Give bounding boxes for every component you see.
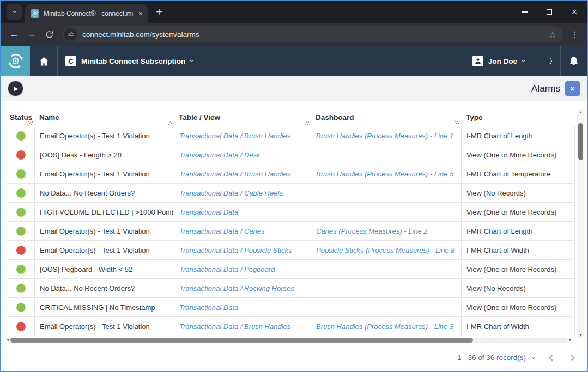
header-right: Jon Doe bbox=[464, 46, 587, 76]
status-cell bbox=[7, 241, 35, 259]
horizontal-scrollbar[interactable]: ◂ ▸ bbox=[7, 337, 572, 343]
status-indicator bbox=[16, 150, 26, 160]
subscription-badge: C bbox=[65, 56, 76, 66]
notifications-button[interactable] bbox=[561, 46, 587, 76]
dashboard-cell: Brush Handles (Process Measures) - Line … bbox=[311, 164, 462, 183]
column-header-type[interactable]: Type bbox=[462, 109, 575, 126]
panel-title: Alarms bbox=[531, 83, 560, 94]
scroll-down-icon[interactable]: ▼ bbox=[579, 333, 583, 337]
recent-activity-button[interactable] bbox=[534, 46, 560, 76]
vertical-scrollbar[interactable]: ▲ ▼ bbox=[577, 109, 584, 338]
type-cell: View (No Records) bbox=[462, 184, 575, 202]
scroll-left-icon[interactable]: ◂ bbox=[7, 338, 9, 342]
record-count-text: 1 - 36 of 36 record(s) bbox=[457, 353, 526, 362]
status-cell bbox=[7, 317, 35, 336]
dashboard-link[interactable]: Brush Handles (Process Measures) - Line … bbox=[316, 132, 453, 140]
type-cell: View (One or More Records) bbox=[462, 203, 575, 221]
column-resize-handle[interactable] bbox=[28, 121, 33, 125]
table-view-link[interactable]: Transactional Data / Desk bbox=[179, 151, 260, 159]
tab-search-button[interactable] bbox=[7, 4, 22, 20]
dashboard-link[interactable]: Brush Handles (Process Measures) - Line … bbox=[316, 170, 453, 178]
alarm-name-cell: [OOS] Desk - Length > 20 bbox=[35, 145, 174, 164]
minitab-connect-logo[interactable]: ⚙ bbox=[1, 46, 30, 76]
record-count-selector[interactable]: 1 - 36 of 36 record(s) bbox=[457, 353, 535, 362]
table-view-cell: Transactional Data bbox=[174, 298, 311, 316]
panel-close-button[interactable]: × bbox=[565, 81, 580, 96]
table-row[interactable]: Email Operator(s) - Test 1 Violation Tra… bbox=[7, 317, 575, 336]
previous-page-button[interactable] bbox=[550, 356, 554, 360]
table-view-link[interactable]: Transactional Data bbox=[179, 208, 238, 216]
column-header-name[interactable]: Name bbox=[35, 109, 174, 126]
scroll-right-icon[interactable]: ▸ bbox=[569, 338, 572, 342]
horizontal-scrollbar-thumb[interactable] bbox=[10, 338, 473, 343]
new-tab-button[interactable]: + bbox=[156, 7, 162, 17]
person-icon bbox=[474, 57, 482, 65]
status-cell bbox=[7, 279, 35, 297]
user-name: Jon Doe bbox=[488, 57, 517, 65]
table-row[interactable]: [OOS] Desk - Length > 20 Transactional D… bbox=[7, 145, 575, 164]
column-resize-handle[interactable] bbox=[168, 121, 173, 125]
run-button[interactable]: ▶ bbox=[8, 81, 23, 96]
table-view-cell: Transactional Data / Rocking Horses bbox=[174, 279, 311, 297]
home-button[interactable] bbox=[30, 46, 57, 76]
table-view-link[interactable]: Transactional Data / Brush Handles bbox=[179, 322, 290, 331]
table-view-link[interactable]: Transactional Data / Canes bbox=[179, 227, 265, 235]
table-view-link[interactable]: Transactional Data / Popsicle Sticks bbox=[179, 246, 292, 254]
alarms-table: Status Name Table / View Dashboard Type bbox=[7, 109, 575, 336]
dashboard-cell: Brush Handles (Process Measures) - Line … bbox=[311, 126, 462, 145]
column-header-dashboard[interactable]: Dashboard bbox=[311, 109, 462, 126]
table-view-link[interactable]: Transactional Data / Brush Handles bbox=[179, 170, 290, 178]
reload-button[interactable] bbox=[40, 26, 58, 43]
table-row[interactable]: CRITICAL MISSING | No Timestamp Transact… bbox=[7, 298, 575, 317]
column-resize-handle[interactable] bbox=[455, 121, 460, 125]
browser-tab-minitab-connect[interactable]: ⚙ Minitab Connect® - connect.mi × bbox=[25, 4, 148, 23]
maximize-button[interactable] bbox=[537, 1, 562, 23]
chevron-down-icon bbox=[12, 9, 16, 13]
type-cell: View (One or More Records) bbox=[462, 260, 575, 278]
table-row[interactable]: Email Operator(s) - Test 1 Violation Tra… bbox=[7, 241, 575, 260]
table-view-link[interactable]: Transactional Data / Pegboard bbox=[179, 265, 275, 273]
table-row[interactable]: Email Operator(s) - Test 1 Violation Tra… bbox=[7, 126, 575, 145]
scroll-up-icon[interactable]: ▲ bbox=[579, 110, 583, 114]
user-avatar bbox=[472, 56, 483, 66]
tab-close-icon[interactable]: × bbox=[138, 10, 143, 17]
table-row[interactable]: No Data... No Recent Orders? Transaction… bbox=[7, 184, 575, 203]
dashboard-link[interactable]: Brush Handles (Process Measures) - Line … bbox=[316, 322, 453, 331]
play-icon: ▶ bbox=[14, 86, 19, 92]
table-row[interactable]: Email Operator(s) - Test 1 Violation Tra… bbox=[7, 222, 575, 241]
dashboard-link[interactable]: Canes (Process Measures) - Line 2 bbox=[316, 227, 427, 235]
site-settings-button[interactable] bbox=[64, 28, 77, 41]
vertical-scrollbar-thumb[interactable] bbox=[578, 123, 583, 160]
forward-button[interactable]: → bbox=[23, 26, 40, 43]
status-cell bbox=[7, 260, 35, 278]
table-row[interactable]: No Data... No Recent Orders? Transaction… bbox=[7, 279, 575, 298]
table-row[interactable]: [OOS] Pegboard - Width < 52 Transactiona… bbox=[7, 260, 575, 279]
table-view-link[interactable]: Transactional Data / Cable Reels bbox=[179, 189, 283, 197]
dashboard-link[interactable]: Popsicle Sticks (Process Measures) - Lin… bbox=[316, 246, 454, 254]
next-page-button[interactable] bbox=[569, 356, 574, 360]
table-view-link[interactable]: Transactional Data bbox=[179, 303, 238, 312]
column-header-table-view[interactable]: Table / View bbox=[174, 109, 311, 126]
address-bar[interactable]: connect.minitab.com/system/alarms ☆ bbox=[62, 26, 563, 42]
column-header-status[interactable]: Status bbox=[7, 109, 35, 126]
table-view-link[interactable]: Transactional Data / Rocking Horses bbox=[179, 284, 294, 292]
back-button[interactable]: ← bbox=[5, 26, 23, 43]
bookmark-star-icon[interactable]: ☆ bbox=[549, 29, 556, 40]
subscription-selector[interactable]: C Minitab Connect Subscription bbox=[58, 46, 201, 76]
minimize-button[interactable] bbox=[512, 1, 537, 23]
browser-menu-button[interactable]: ⋮ bbox=[567, 29, 583, 40]
window-close-button[interactable]: × bbox=[562, 1, 587, 23]
minimize-icon bbox=[522, 11, 528, 13]
dashboard-cell: Canes (Process Measures) - Line 2 bbox=[311, 222, 462, 240]
table-view-cell: Transactional Data / Canes bbox=[174, 222, 311, 240]
chevron-down-icon bbox=[522, 58, 525, 62]
chevron-right-icon bbox=[568, 355, 574, 361]
horizontal-scrollbar-track[interactable] bbox=[10, 338, 568, 343]
user-menu[interactable]: Jon Doe bbox=[464, 46, 534, 76]
table-view-link[interactable]: Transactional Data / Brush Handles bbox=[179, 132, 290, 140]
table-view-cell: Transactional Data / Brush Handles bbox=[174, 164, 311, 183]
table-row[interactable]: Email Operator(s) - Test 1 Violation Tra… bbox=[7, 164, 575, 184]
column-resize-handle[interactable] bbox=[305, 121, 310, 125]
url-text[interactable]: connect.minitab.com/system/alarms bbox=[82, 31, 549, 39]
table-row[interactable]: HIGH VOLUME DETECTED | >1000 Points Tran… bbox=[7, 203, 575, 222]
